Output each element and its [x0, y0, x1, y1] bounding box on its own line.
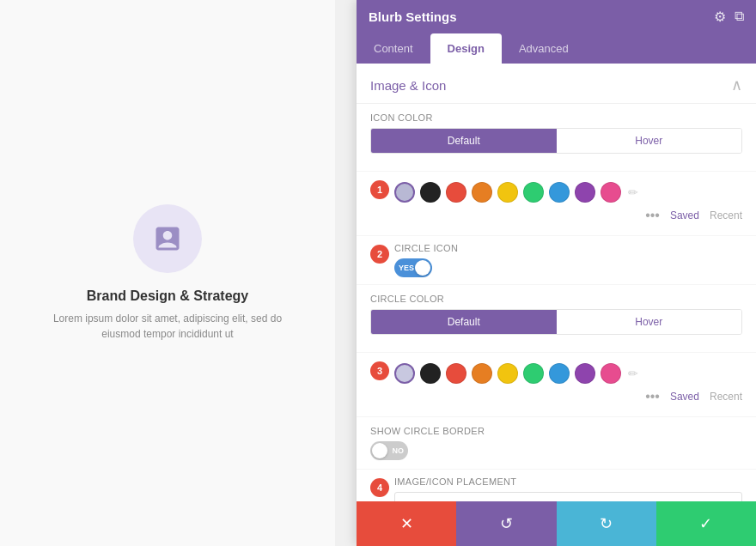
toggle-yes-label: YES: [399, 258, 414, 277]
collapse-icon[interactable]: ∧: [731, 76, 742, 94]
section-title: Image & Icon: [370, 78, 446, 93]
icon-color-swatch-7[interactable]: [575, 182, 595, 203]
panel-title: Blurb Settings: [369, 9, 457, 24]
icon-color-saved[interactable]: Saved: [670, 209, 699, 221]
circle-color-saved[interactable]: Saved: [670, 391, 699, 403]
panel-footer: ✕ ↺ ↻ ✓: [357, 501, 756, 546]
icon-color-swatch-0[interactable]: [394, 182, 415, 203]
settings-icon[interactable]: ⚙: [714, 9, 726, 25]
circle-border-toggle[interactable]: NO: [370, 441, 408, 460]
preview-icon: [152, 223, 183, 254]
icon-color-swatch-2[interactable]: [446, 182, 466, 203]
show-circle-border-label: Show Circle Border: [370, 426, 742, 436]
circle-icon-label: Circle Icon: [394, 243, 742, 253]
step-badge-2: 2: [370, 245, 389, 264]
save-button[interactable]: ✓: [656, 501, 756, 546]
icon-color-pencil-icon[interactable]: ✏: [628, 185, 638, 199]
circle-border-toggle-row: NO: [370, 441, 742, 460]
icon-color-swatch-3[interactable]: [472, 182, 492, 203]
redo-button[interactable]: ↻: [557, 501, 656, 546]
tab-design[interactable]: Design: [430, 33, 502, 64]
circle-color-swatch-4[interactable]: [497, 363, 518, 384]
icon-color-swatches: ✏: [394, 179, 742, 206]
panel-header: Blurb Settings ⚙ ⧉: [357, 0, 756, 33]
icon-color-label: Icon Color: [370, 112, 742, 123]
preview-icon-wrapper: [133, 204, 202, 273]
panel-body: Image & Icon ∧ Icon Color Default Hover …: [357, 64, 756, 546]
tab-advanced[interactable]: Advanced: [502, 33, 586, 64]
circle-color-pencil-icon[interactable]: ✏: [628, 367, 638, 380]
circle-color-more-icon[interactable]: •••: [645, 389, 660, 404]
cancel-button[interactable]: ✕: [357, 501, 456, 546]
icon-color-default-tab[interactable]: Default: [371, 129, 557, 153]
circle-color-actions: ••• Saved Recent: [394, 387, 742, 410]
tab-content[interactable]: Content: [357, 33, 430, 64]
icon-color-tabs: Default Hover: [370, 128, 742, 154]
circle-color-swatches: ✏: [394, 360, 742, 387]
preview-area: Brand Design & Strategy Lorem ipsum dolo…: [0, 0, 335, 546]
step-badge-3: 3: [370, 361, 389, 380]
circle-icon-toggle-row: YES: [394, 258, 742, 277]
circle-color-default-tab[interactable]: Default: [371, 310, 557, 334]
icon-color-swatches-row: 1 ✏ ••• Saved Recent: [357, 172, 756, 236]
icon-color-actions: ••• Saved Recent: [394, 206, 742, 228]
reset-button[interactable]: ↺: [456, 501, 556, 546]
panel-tabs: Content Design Advanced: [357, 33, 756, 64]
placement-label: Image/Icon Placement: [394, 476, 742, 487]
expand-icon[interactable]: ⧉: [735, 9, 744, 25]
icon-color-swatch-4[interactable]: [497, 182, 518, 203]
icon-color-swatch-1[interactable]: [420, 182, 441, 203]
circle-color-swatch-3[interactable]: [472, 363, 492, 384]
circle-color-hover-tab[interactable]: Hover: [557, 310, 742, 334]
icon-color-recent[interactable]: Recent: [710, 209, 742, 221]
icon-color-swatch-6[interactable]: [549, 182, 570, 203]
panel-header-icons: ⚙ ⧉: [714, 9, 744, 25]
circle-color-swatch-1[interactable]: [420, 363, 441, 384]
icon-color-swatch-8[interactable]: [601, 182, 621, 203]
preview-title: Brand Design & Strategy: [87, 288, 248, 304]
circle-color-tabs: Default Hover: [370, 309, 742, 335]
icon-color-more-icon[interactable]: •••: [645, 208, 660, 223]
circle-color-swatch-0[interactable]: [394, 363, 415, 384]
circle-icon-content: Circle Icon YES: [394, 243, 742, 277]
show-circle-border-row: Show Circle Border NO: [357, 417, 756, 470]
icon-color-swatches-content: ✏ ••• Saved Recent: [394, 179, 742, 228]
circle-icon-toggle[interactable]: YES: [394, 258, 432, 277]
preview-description: Lorem ipsum dolor sit amet, adipiscing e…: [47, 311, 288, 342]
icon-color-hover-tab[interactable]: Hover: [557, 129, 742, 153]
settings-panel: Blurb Settings ⚙ ⧉ Content Design Advanc…: [357, 0, 756, 546]
section-header: Image & Icon ∧: [357, 64, 756, 104]
circle-color-recent[interactable]: Recent: [710, 391, 742, 403]
toggle-knob: [415, 260, 430, 276]
circle-icon-row: 2 Circle Icon YES: [357, 236, 756, 285]
icon-color-swatch-5[interactable]: [523, 182, 544, 203]
toggle-no-knob: [372, 443, 387, 458]
step-badge-4: 4: [370, 478, 389, 497]
icon-color-field: Icon Color Default Hover: [357, 104, 756, 172]
circle-color-swatches-row: 3 ✏ ••• Saved Recent: [357, 353, 756, 417]
step-badge-1: 1: [370, 180, 389, 199]
circle-color-swatch-8[interactable]: [601, 363, 621, 384]
toggle-no-label: NO: [393, 441, 405, 460]
circle-color-swatch-6[interactable]: [549, 363, 570, 384]
circle-color-field: Circle Color Default Hover: [357, 285, 756, 353]
circle-color-swatch-2[interactable]: [446, 363, 466, 384]
circle-color-swatch-7[interactable]: [575, 363, 595, 384]
circle-color-label: Circle Color: [370, 294, 742, 304]
circle-color-swatches-content: ✏ ••• Saved Recent: [394, 360, 742, 410]
circle-color-swatch-5[interactable]: [523, 363, 544, 384]
